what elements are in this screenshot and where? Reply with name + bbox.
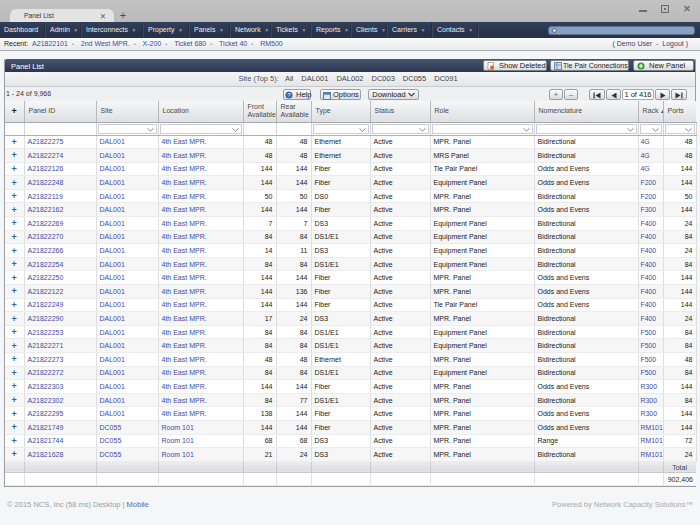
svg-text:?: ?	[287, 92, 290, 98]
